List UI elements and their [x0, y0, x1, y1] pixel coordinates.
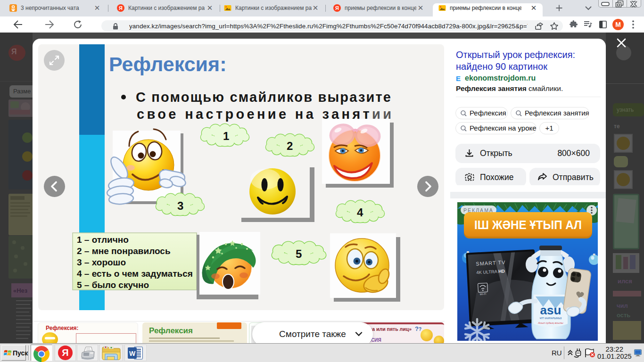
svg-text:1: 1: [223, 130, 229, 142]
svg-text:ІШ ЖӘНЕ ҰТЫП АЛ: ІШ ЖӘНЕ ҰТЫП АЛ: [474, 218, 582, 232]
svg-text:РЕКЛАМА: РЕКЛАМА: [463, 207, 494, 213]
svg-text:1 – отлично: 1 – отлично: [77, 235, 129, 245]
svg-text:asu: asu: [540, 303, 561, 317]
svg-text:4 – есть о чем задуматься: 4 – есть о чем задуматься: [77, 269, 193, 279]
svg-text:Рефлексия:: Рефлексия:: [109, 53, 226, 75]
svg-text:2 – мне понравилось: 2 – мне понравилось: [77, 246, 171, 256]
svg-text:С помощью смайликов выразите: С помощью смайликов выразите: [136, 90, 391, 105]
svg-text:5 – было скучно: 5 – было скучно: [77, 280, 149, 290]
svg-text:5: 5: [296, 247, 302, 260]
svg-text:3: 3: [177, 199, 183, 212]
svg-text:3 – хорошо: 3 – хорошо: [77, 257, 126, 267]
svg-text:2: 2: [287, 140, 293, 152]
svg-text:ҰЛТ КАИНАРЫМЫЗ: ҰЛТ КАИНАРЫМЫЗ: [540, 317, 562, 320]
svg-text:Асыл судың асылы: Асыл судың асылы: [537, 321, 563, 324]
svg-text:W: W: [129, 350, 136, 357]
svg-text:Я: Я: [335, 5, 339, 11]
svg-text:WI-FI: WI-FI: [480, 293, 487, 296]
svg-text:4: 4: [357, 206, 363, 219]
svg-text:Я: Я: [119, 5, 123, 11]
